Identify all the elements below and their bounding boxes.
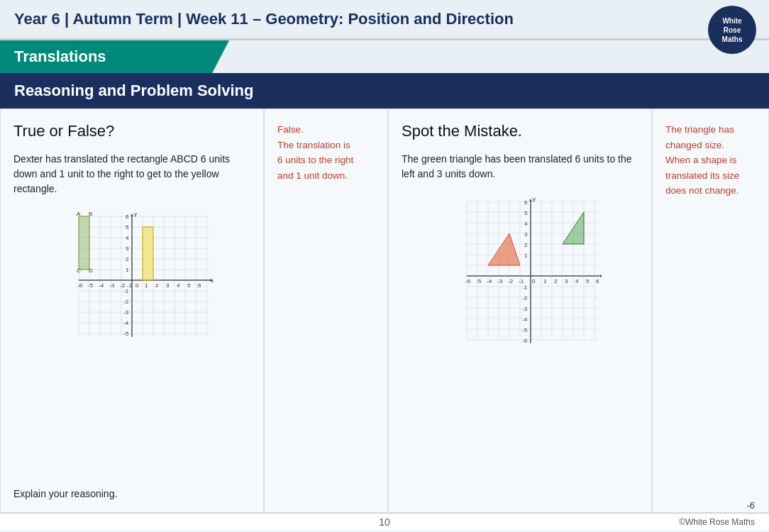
svg-text:-4: -4 <box>487 278 492 284</box>
svg-marker-90 <box>600 275 602 277</box>
svg-text:0: 0 <box>135 282 139 289</box>
section-title: Reasoning and Problem Solving <box>14 82 253 99</box>
svg-text:-2: -2 <box>508 278 514 284</box>
svg-text:-1: -1 <box>519 278 524 284</box>
svg-text:B: B <box>89 211 92 217</box>
svg-text:-3: -3 <box>522 306 528 312</box>
svg-text:-6: -6 <box>77 282 83 289</box>
right-answer-text: The triangle has changed size. When a sh… <box>665 122 756 199</box>
right-answer-panel: The triangle has changed size. When a sh… <box>652 109 769 513</box>
left-answer-text: False. The translation is 6 units to the… <box>277 122 375 183</box>
svg-text:C: C <box>77 267 81 274</box>
page-footer: 10 ©White Rose Maths <box>0 513 769 531</box>
svg-text:D: D <box>89 267 93 274</box>
svg-text:-4: -4 <box>522 316 528 323</box>
left-coordinate-grid: x y -6 -5 -4 -3 -2 -1 0 1 2 3 4 5 6 6 5 … <box>50 209 214 344</box>
svg-text:3: 3 <box>166 282 170 289</box>
svg-text:x: x <box>211 277 214 284</box>
svg-text:1: 1 <box>145 282 148 289</box>
svg-text:4: 4 <box>126 235 129 241</box>
svg-text:2: 2 <box>554 278 558 284</box>
right-card-title: Spot the Mistake. <box>402 122 638 140</box>
svg-text:2: 2 <box>155 282 159 289</box>
right-grid: x y -6 -5 -4 -3 -2 -1 0 1 2 3 4 5 6 6 5 … <box>438 194 602 350</box>
left-answer-panel: False. The translation is 6 units to the… <box>264 109 388 513</box>
svg-rect-60 <box>143 227 153 280</box>
explain-label: Explain your reasoning. <box>13 488 250 499</box>
footer-copyright: ©White Rose Maths <box>679 517 755 527</box>
svg-text:-2: -2 <box>123 299 129 305</box>
main-content: True or False? Dexter has translated the… <box>0 109 769 513</box>
svg-text:5: 5 <box>524 210 528 216</box>
left-card: True or False? Dexter has translated the… <box>0 109 264 513</box>
header-title: Year 6 | Autumn Term | Week 11 – Geometr… <box>14 10 514 28</box>
svg-text:-5: -5 <box>88 282 94 289</box>
svg-marker-91 <box>529 199 532 201</box>
svg-text:5: 5 <box>126 224 129 231</box>
svg-text:2: 2 <box>524 242 528 248</box>
title-bar-wrapper: Translations <box>0 40 769 73</box>
svg-text:4: 4 <box>575 278 579 284</box>
svg-text:6: 6 <box>596 278 599 284</box>
svg-text:-4: -4 <box>99 282 104 289</box>
svg-text:-3: -3 <box>109 282 115 289</box>
svg-text:4: 4 <box>524 221 528 227</box>
svg-text:4: 4 <box>177 282 180 289</box>
left-card-body: Dexter has translated the rectangle ABCD… <box>13 152 250 196</box>
svg-rect-55 <box>79 216 89 270</box>
svg-text:A: A <box>77 211 81 217</box>
right-card: Spot the Mistake. The green triangle has… <box>388 109 652 513</box>
svg-text:-5: -5 <box>522 327 528 333</box>
svg-text:-5: -5 <box>476 278 482 284</box>
wrm-logo: White Rose Maths <box>708 6 756 54</box>
svg-text:-1: -1 <box>522 284 528 291</box>
page-number: 10 <box>379 516 390 528</box>
svg-text:1: 1 <box>126 267 129 273</box>
svg-text:5: 5 <box>187 282 191 289</box>
svg-text:3: 3 <box>565 278 568 284</box>
svg-text:-6: -6 <box>465 278 471 284</box>
svg-text:y: y <box>533 196 536 202</box>
svg-text:-5: -5 <box>123 331 129 337</box>
left-card-title: True or False? <box>13 122 250 140</box>
svg-text:y: y <box>134 211 137 217</box>
title-banner-text: Translations <box>14 48 106 65</box>
svg-text:2: 2 <box>126 256 129 262</box>
svg-text:3: 3 <box>524 231 528 238</box>
svg-text:3: 3 <box>126 245 129 252</box>
svg-text:-4: -4 <box>123 320 129 326</box>
title-banner: Translations <box>0 40 241 73</box>
svg-text:-2: -2 <box>522 295 528 301</box>
svg-text:0: 0 <box>532 278 536 284</box>
svg-text:5: 5 <box>586 278 590 284</box>
svg-text:1: 1 <box>543 278 547 284</box>
svg-text:-3: -3 <box>497 278 503 284</box>
svg-text:6: 6 <box>524 199 528 206</box>
right-card-body: The green triangle has been translated 6… <box>402 152 638 182</box>
page-header: Year 6 | Autumn Term | Week 11 – Geometr… <box>0 0 769 40</box>
svg-text:-3: -3 <box>123 309 129 316</box>
svg-text:6: 6 <box>126 214 129 220</box>
left-grid: x y -6 -5 -4 -3 -2 -1 0 1 2 3 4 5 6 6 5 … <box>50 209 214 347</box>
svg-marker-28 <box>131 214 133 216</box>
section-header: Reasoning and Problem Solving <box>0 73 769 109</box>
svg-marker-119 <box>488 233 520 265</box>
svg-text:6: 6 <box>198 282 201 289</box>
svg-text:1: 1 <box>524 253 528 259</box>
neg-six-label: -6 <box>746 500 755 511</box>
right-coordinate-grid: x y -6 -5 -4 -3 -2 -1 0 1 2 3 4 5 6 6 5 … <box>438 194 602 347</box>
svg-text:-1: -1 <box>123 288 129 294</box>
svg-text:-6: -6 <box>522 338 528 344</box>
